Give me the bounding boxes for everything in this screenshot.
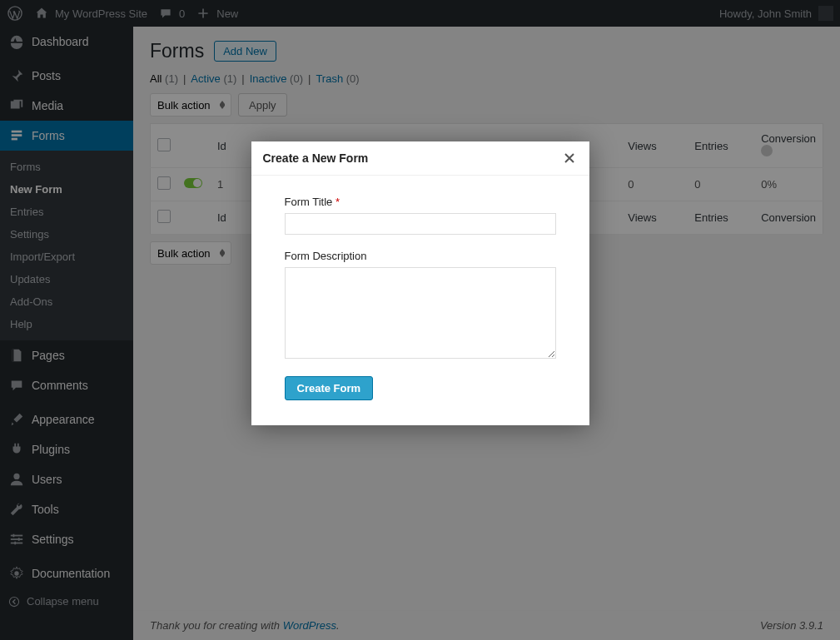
- create-form-modal: Create a New Form Form Title * Form Desc…: [251, 141, 589, 425]
- form-description-textarea[interactable]: [285, 267, 556, 359]
- modal-close-button[interactable]: [561, 151, 578, 165]
- modal-title: Create a New Form: [263, 151, 369, 165]
- form-description-label: Form Description: [285, 250, 556, 262]
- close-icon: [564, 153, 574, 163]
- form-title-input[interactable]: [285, 213, 556, 235]
- create-form-button[interactable]: Create Form: [285, 376, 374, 400]
- form-title-label: Form Title *: [285, 196, 556, 208]
